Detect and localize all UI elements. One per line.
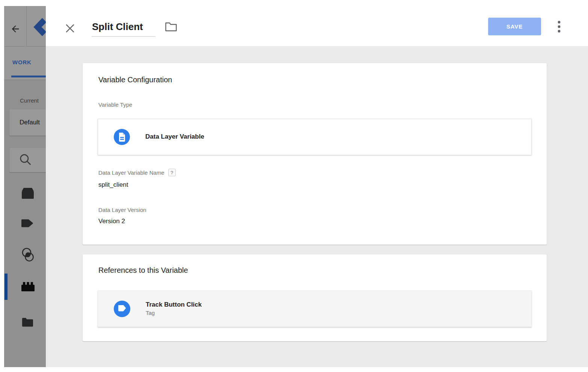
- references-title: References to this Variable: [98, 266, 188, 275]
- dlv-version-value: Version 2: [98, 218, 125, 225]
- editor-header: Split Client SAVE: [46, 6, 588, 47]
- data-layer-variable-icon: [114, 129, 130, 145]
- reference-title: Track Button Click: [146, 301, 202, 309]
- more-options-icon[interactable]: [557, 21, 561, 33]
- close-icon[interactable]: [65, 23, 75, 33]
- variable-type-label: Variable Type: [98, 101, 132, 108]
- variable-editor-panel: Split Client SAVE Variable Configuration…: [46, 6, 588, 367]
- reference-row-text: Track Button Click Tag: [146, 301, 202, 317]
- tag-icon: [114, 301, 130, 317]
- modal-scrim: [4, 6, 46, 367]
- editor-body: Variable Configuration Variable Type Dat…: [46, 47, 588, 367]
- dlv-name-value: split_client: [98, 181, 128, 189]
- references-card: References to this Variable Track Button…: [83, 254, 547, 341]
- card-title: Variable Configuration: [98, 76, 172, 84]
- variable-name-input[interactable]: Split Client: [92, 21, 155, 37]
- dlv-name-label: Data Layer Variable Name?: [98, 169, 176, 177]
- folder-icon[interactable]: [165, 22, 177, 32]
- app-window: WORK Current Default S: [0, 0, 588, 372]
- help-icon[interactable]: ?: [168, 169, 176, 176]
- reference-type: Tag: [146, 309, 202, 317]
- save-button[interactable]: SAVE: [488, 18, 541, 35]
- underlying-workspace: WORK Current Default: [4, 6, 46, 367]
- variable-type-row[interactable]: Data Layer Variable: [98, 119, 532, 155]
- reference-row[interactable]: Track Button Click Tag: [98, 290, 532, 327]
- variable-configuration-card: Variable Configuration Variable Type Dat…: [83, 63, 547, 245]
- dlv-version-label: Data Layer Version: [98, 207, 146, 213]
- variable-type-name: Data Layer Variable: [145, 133, 204, 141]
